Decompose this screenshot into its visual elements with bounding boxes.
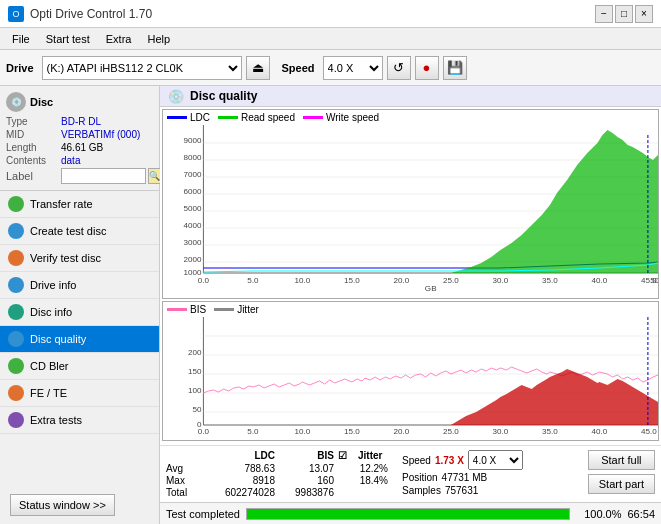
jitter-checkbox[interactable]: ☑ [338,450,354,461]
nav-disc-info-label: Disc info [30,306,72,318]
svg-text:0.0: 0.0 [198,427,210,435]
svg-text:7000: 7000 [183,170,201,179]
app-icon: O [8,6,24,22]
maximize-button[interactable]: □ [615,5,633,23]
disc-label-input[interactable] [61,168,146,184]
svg-text:35.0: 35.0 [542,427,558,435]
content-area: 💿 Disc quality LDC Read speed [160,86,661,524]
toolbar: Drive (K:) ATAPI iHBS112 2 CL0K ⏏ Speed … [0,50,661,86]
max-ldc: 8918 [205,475,275,486]
nav-cd-bler[interactable]: CD Bler [0,353,159,380]
disc-section-label: Disc [30,96,53,108]
progress-bar-outer [246,508,570,520]
content-title: Disc quality [190,89,257,103]
avg-jitter: 12.2% [338,463,388,474]
samples-label: Samples [402,485,441,496]
disc-quality-header-icon: 💿 [168,89,184,104]
eject-button[interactable]: ⏏ [246,56,270,80]
nav-extra-tests-label: Extra tests [30,414,82,426]
save-button[interactable]: 💾 [443,56,467,80]
window-controls: − □ × [595,5,653,23]
nav-transfer-rate[interactable]: Transfer rate [0,191,159,218]
close-button[interactable]: × [635,5,653,23]
svg-text:30.0: 30.0 [493,276,509,285]
legend-read: Read speed [218,112,295,123]
disc-mid-label: MID [6,129,61,140]
jitter-header-label: Jitter [358,450,382,461]
nav-create-test-disc[interactable]: Create test disc [0,218,159,245]
stats-blank [166,450,201,461]
nav-extra-tests[interactable]: Extra tests [0,407,159,434]
menu-starttest[interactable]: Start test [38,31,98,47]
max-bis: 160 [279,475,334,486]
menu-file[interactable]: File [4,31,38,47]
speed-stat-select[interactable]: 4.0 X [468,450,523,470]
avg-label: Avg [166,463,201,474]
minimize-button[interactable]: − [595,5,613,23]
position-label: Position [402,472,438,483]
nav-cd-bler-label: CD Bler [30,360,69,372]
progress-area: Test completed 100.0% 66:54 [160,502,661,524]
ldc-color [167,116,187,119]
nav-fe-te[interactable]: FE / TE [0,380,159,407]
svg-text:10.0: 10.0 [295,276,311,285]
svg-text:15.0: 15.0 [344,276,360,285]
stats-area: LDC BIS ☑ Jitter Avg 788.63 13.07 12.2% … [160,445,661,502]
progress-time: 66:54 [627,508,655,520]
nav-drive-info[interactable]: Drive info [0,272,159,299]
svg-text:50: 50 [192,405,202,414]
nav-disc-quality-label: Disc quality [30,333,86,345]
menu-help[interactable]: Help [139,31,178,47]
svg-text:40.0: 40.0 [592,276,608,285]
create-test-icon [8,223,24,239]
top-chart-svg: 1000 2000 3000 4000 5000 6000 7000 8000 … [163,125,658,293]
sidebar: 💿 Disc Type BD-R DL MID VERBATIMf (000) … [0,86,160,524]
bottom-chart-svg: 0 50 100 150 200 0% 4% 8% 12% 16% 20% 0.… [163,317,658,435]
start-full-button[interactable]: Start full [588,450,655,470]
avg-bis: 13.07 [279,463,334,474]
cd-bler-icon [8,358,24,374]
color-button[interactable]: ● [415,56,439,80]
max-label: Max [166,475,201,486]
svg-text:20.0: 20.0 [394,427,410,435]
nav-disc-info[interactable]: Disc info [0,299,159,326]
nav-fe-te-label: FE / TE [30,387,67,399]
jitter-color [214,308,234,311]
svg-text:45.0: 45.0 [641,427,657,435]
write-label: Write speed [326,112,379,123]
nav-disc-quality[interactable]: Disc quality [0,326,159,353]
menubar: File Start test Extra Help [0,28,661,50]
status-window-button[interactable]: Status window >> [10,494,115,516]
nav-verify-test-label: Verify test disc [30,252,101,264]
status-btn-container: Status window >> [0,486,159,524]
menu-extra[interactable]: Extra [98,31,140,47]
drive-select[interactable]: (K:) ATAPI iHBS112 2 CL0K [42,56,242,80]
disc-type-value: BD-R DL [61,116,101,127]
speed-select[interactable]: 4.0 X 1.0 X 2.0 X 8.0 X [323,56,383,80]
titlebar-left: O Opti Drive Control 1.70 [8,6,152,22]
legend-write: Write speed [303,112,379,123]
svg-text:0.0: 0.0 [198,276,210,285]
start-part-button[interactable]: Start part [588,474,655,494]
svg-marker-40 [451,130,658,273]
disc-contents-value: data [61,155,80,166]
svg-text:5000: 5000 [183,204,201,213]
legend-ldc: LDC [167,112,210,123]
write-color [303,116,323,119]
drive-info-icon [8,277,24,293]
disc-length-label: Length [6,142,61,153]
nav-create-test-label: Create test disc [30,225,106,237]
disc-header: 💿 Disc [6,92,153,112]
legend-jitter: Jitter [214,304,259,315]
nav-verify-test-disc[interactable]: Verify test disc [0,245,159,272]
titlebar: O Opti Drive Control 1.70 − □ × [0,0,661,28]
drive-label: Drive [6,62,34,74]
refresh-button[interactable]: ↺ [387,56,411,80]
fe-te-icon [8,385,24,401]
svg-text:100: 100 [188,386,202,395]
max-jitter: 18.4% [338,475,388,486]
read-label: Read speed [241,112,295,123]
jitter-label: Jitter [237,304,259,315]
svg-text:50.0: 50.0 [650,276,658,285]
disc-label-label: Label [6,170,61,182]
